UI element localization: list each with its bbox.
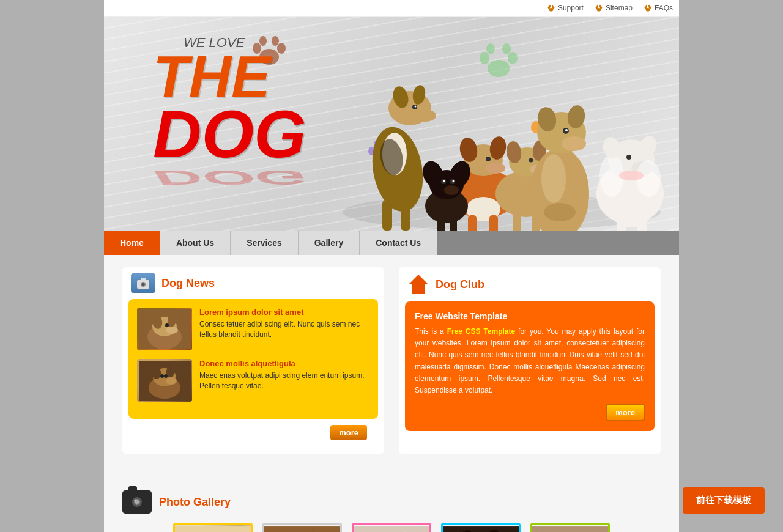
faqs-link[interactable]: FAQs <box>644 4 673 12</box>
gallery-thumb-2[interactable] <box>262 523 342 532</box>
logo: WE LOVE THE DOG DOG <box>153 35 306 191</box>
main-content: Dog News <box>104 255 679 484</box>
svg-point-8 <box>596 5 598 7</box>
dog-news-panel: Dog News <box>122 267 384 454</box>
content-row: Dog News <box>122 267 661 454</box>
nav-gallery[interactable]: Gallery <box>299 231 360 255</box>
news-item-2: Donec mollis alquetligula Maec enas volu… <box>137 359 369 402</box>
camera-lens <box>128 495 146 509</box>
gallery-header: Photo Gallery <box>122 484 661 514</box>
news-content-2: Donec mollis alquetligula Maec enas volu… <box>199 359 369 402</box>
nav-filler <box>437 231 679 255</box>
news-text-2: Maec enas volutpat adipi scing elem entu… <box>199 371 364 390</box>
news-thumb-1 <box>137 308 192 350</box>
svg-rect-131 <box>264 526 340 532</box>
svg-rect-45 <box>401 200 410 231</box>
svg-point-52 <box>486 157 491 161</box>
topbar: Support Sitemap FAQs <box>104 0 679 17</box>
svg-marker-117 <box>409 275 428 294</box>
dog-reflection: DOG <box>153 174 306 182</box>
svg-point-108 <box>165 323 169 327</box>
support-link[interactable]: Support <box>547 4 584 12</box>
news-more-button[interactable]: more <box>330 425 367 440</box>
svg-rect-54 <box>468 215 477 231</box>
gallery-thumb-1[interactable] <box>173 523 253 532</box>
svg-point-121 <box>135 500 136 501</box>
svg-point-86 <box>619 171 644 180</box>
faqs-label: FAQs <box>655 4 673 12</box>
svg-point-3 <box>549 5 551 7</box>
header-banner: WE LOVE THE DOG DOG <box>104 17 679 231</box>
gallery-title: Photo Gallery <box>159 496 231 509</box>
svg-point-101 <box>142 283 145 286</box>
club-box-title: Free Website Template <box>415 311 645 321</box>
gallery-thumb-5[interactable] <box>530 523 610 532</box>
svg-rect-84 <box>617 221 626 231</box>
svg-point-80 <box>626 155 631 160</box>
news-link-1[interactable]: Lorem ipsum dolor sit amet <box>199 308 369 317</box>
svg-point-115 <box>164 374 168 378</box>
free-css-link[interactable]: Free CSS Template <box>447 327 516 336</box>
club-text-before: This is a <box>415 327 447 336</box>
svg-point-89 <box>562 136 586 151</box>
svg-point-4 <box>552 5 554 7</box>
camera-bump <box>128 486 137 490</box>
svg-point-68 <box>444 185 459 195</box>
sitemap-link[interactable]: Sitemap <box>595 4 633 12</box>
dogs-svg <box>324 29 679 231</box>
svg-point-105 <box>166 327 178 334</box>
svg-point-94 <box>544 203 576 221</box>
gallery-section: Photo Gallery <box>104 484 679 532</box>
svg-point-9 <box>599 5 601 7</box>
svg-rect-124 <box>175 526 251 532</box>
news-body: Lorem ipsum dolor sit amet Consec tetuer… <box>128 299 378 419</box>
nav-services[interactable]: Services <box>231 231 299 255</box>
news-text-1: Consec tetuer adipi scing elit. Nunc qui… <box>199 320 360 339</box>
svg-rect-100 <box>141 278 146 281</box>
gallery-thumb-3[interactable] <box>352 523 431 532</box>
svg-point-49 <box>486 163 505 174</box>
club-text: This is a Free CSS Template for you. You… <box>415 326 645 396</box>
svg-point-13 <box>645 5 647 7</box>
news-dog-img-2 <box>139 361 191 401</box>
svg-point-72 <box>453 180 455 182</box>
dog-club-panel: Dog Club Free Website Template This is a… <box>399 267 661 454</box>
gallery-thumbs <box>154 523 629 532</box>
svg-point-38 <box>414 109 436 122</box>
svg-rect-73 <box>437 220 445 231</box>
svg-rect-74 <box>450 220 457 231</box>
download-button[interactable]: 前往下载模板 <box>683 487 765 514</box>
gallery-img-2 <box>264 525 340 532</box>
news-thumb-2 <box>137 359 192 402</box>
club-icon <box>407 273 429 295</box>
svg-point-42 <box>415 106 417 108</box>
nav-home[interactable]: Home <box>104 231 160 255</box>
svg-point-61 <box>529 158 533 163</box>
nav-about[interactable]: About Us <box>160 231 231 255</box>
svg-point-70 <box>443 180 445 182</box>
svg-point-112 <box>166 377 177 385</box>
svg-point-97 <box>541 154 566 203</box>
gallery-img-1 <box>175 525 251 532</box>
camera-icon <box>136 277 150 289</box>
svg-rect-55 <box>489 215 498 231</box>
svg-point-93 <box>565 129 568 131</box>
news-link-2[interactable]: Donec mollis alquetligula <box>199 359 369 368</box>
dog-news-title: Dog News <box>161 277 215 290</box>
paw-icon-support <box>547 4 555 12</box>
svg-point-14 <box>648 5 650 7</box>
club-more-button[interactable]: more <box>606 404 645 421</box>
gallery-row <box>122 523 661 532</box>
club-text-after: for you. You may apply this layout for y… <box>415 327 645 394</box>
svg-rect-157 <box>532 526 608 532</box>
gallery-img-5 <box>532 525 608 532</box>
news-icon <box>131 273 155 293</box>
svg-rect-62 <box>513 212 521 231</box>
navbar: Home About Us Services Gallery Contact U… <box>104 231 679 255</box>
svg-rect-147 <box>443 526 519 532</box>
nav-contact[interactable]: Contact Us <box>360 231 437 255</box>
dog-text: DOG <box>153 103 306 164</box>
gallery-thumb-4[interactable] <box>441 523 521 532</box>
support-label: Support <box>558 4 584 12</box>
gallery-img-4 <box>443 525 519 532</box>
